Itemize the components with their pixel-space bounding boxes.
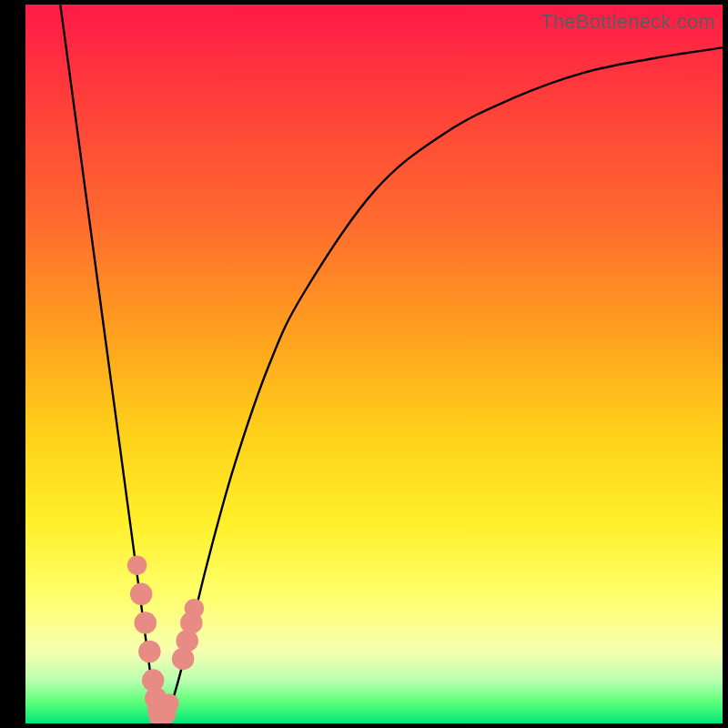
bottleneck-curve: [60, 5, 723, 716]
curve-marker: [130, 583, 153, 606]
curve-marker: [159, 693, 178, 713]
chart-frame: TheBottleneck.com: [0, 0, 728, 728]
curve-svg: [25, 5, 723, 723]
curve-marker: [185, 599, 204, 618]
curve-marker: [134, 612, 157, 634]
curve-marker: [138, 641, 161, 663]
plot-area: TheBottleneck.com: [25, 5, 723, 723]
curve-marker: [127, 555, 147, 574]
